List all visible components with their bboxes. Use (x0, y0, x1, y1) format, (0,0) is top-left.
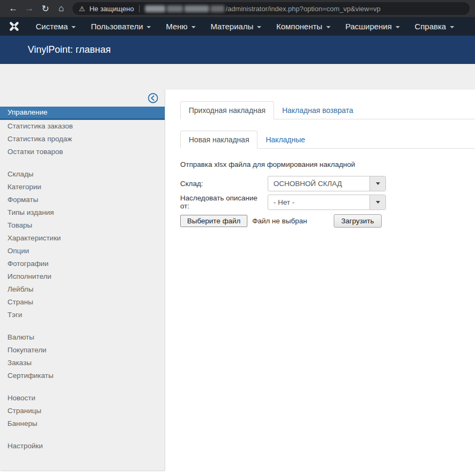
sidebar-item-options[interactable]: Опции (0, 245, 165, 257)
admin-menubar: Система Пользователи Меню Материалы Комп… (0, 17, 475, 36)
sidebar-item-stock[interactable]: Остатки товаров (0, 146, 165, 158)
sidebar-item-currencies[interactable]: Валюты (0, 331, 165, 344)
sidebar-item-settings[interactable]: Настройки (0, 440, 165, 453)
tab-invoices-list[interactable]: Накладные (257, 131, 313, 148)
sidebar-item-countries[interactable]: Страны (0, 296, 165, 309)
sidebar-item-labels[interactable]: Лейблы (0, 283, 165, 296)
menu-extensions[interactable]: Расширения (338, 17, 407, 36)
invoice-subtabs: Новая накладная Накладные (180, 131, 475, 149)
sidebar-item-order-stats[interactable]: Статистика заказов (0, 120, 165, 133)
menu-menus[interactable]: Меню (158, 17, 203, 36)
main-content: Приходная накладная Накладная возврата Н… (165, 90, 475, 476)
inherit-description-select[interactable]: - Нет - (268, 195, 386, 210)
warehouse-select-value: ОСНОВНОЙ СКЛАД (268, 176, 369, 191)
sidebar-item-edition-types[interactable]: Типы издания (0, 206, 165, 219)
forward-icon[interactable]: → (21, 1, 37, 16)
upload-button[interactable]: Загрузить (334, 214, 382, 228)
sidebar-item-artists[interactable]: Исполнители (0, 270, 165, 283)
sidebar-item-management[interactable]: Управление (0, 107, 165, 120)
sidebar-item-sales-stats[interactable]: Статистика продаж (0, 133, 165, 146)
chevron-down-icon (396, 26, 400, 28)
chevron-down-icon (71, 26, 76, 28)
warehouse-select[interactable]: ОСНОВНОЙ СКЛАД (268, 176, 386, 191)
divider (139, 5, 140, 12)
menu-system[interactable]: Система (28, 17, 83, 36)
page-header: VinylPoint: главная (0, 36, 475, 64)
sidebar-item-formats[interactable]: Форматы (0, 193, 165, 206)
menu-help[interactable]: Справка (407, 17, 462, 36)
home-icon[interactable]: ⌂ (53, 1, 69, 16)
body-top-band (0, 64, 475, 90)
chevron-down-icon (326, 26, 331, 28)
choose-file-button[interactable]: Выберите файл (180, 215, 247, 227)
sidebar-item-news[interactable]: Новости (0, 392, 165, 405)
sidebar-item-photos[interactable]: Фотографии (0, 257, 165, 270)
not-secure-warning-icon[interactable]: ⚠ (79, 5, 85, 13)
sidebar-item-customers[interactable]: Покупатели (0, 344, 165, 357)
inherit-description-select-value: - Нет - (268, 195, 369, 209)
sidebar-item-tags[interactable]: Тэги (0, 309, 165, 321)
dropdown-caret-icon[interactable] (369, 195, 385, 209)
url-path: /administrator/index.php?option=com_vp&v… (226, 5, 381, 13)
menu-components[interactable]: Компоненты (269, 17, 337, 36)
browser-toolbar: ← → ↻ ⌂ ⚠ Не защищено /administrator/ind… (0, 0, 475, 17)
sidebar: Управление Статистика заказов Статистика… (0, 90, 165, 471)
sidebar-item-categories[interactable]: Категории (0, 181, 165, 193)
chevron-down-icon (191, 26, 196, 28)
menu-users[interactable]: Пользователи (83, 17, 158, 36)
warehouse-label: Склад: (180, 180, 268, 188)
inherit-description-label: Наследовать описание от: (180, 194, 268, 210)
reload-icon[interactable]: ↻ (37, 1, 53, 16)
chevron-down-icon (257, 26, 261, 28)
tab-new-invoice[interactable]: Новая накладная (180, 131, 257, 149)
upload-description: Отправка xlsx файла для формирования нак… (180, 160, 475, 168)
back-icon[interactable]: ← (5, 1, 21, 16)
sidebar-item-banners[interactable]: Баннеры (0, 417, 165, 430)
invoice-tabs: Приходная накладная Накладная возврата (180, 101, 475, 119)
sidebar-collapse-icon[interactable] (148, 93, 158, 103)
dropdown-caret-icon[interactable] (369, 176, 385, 191)
tab-return-invoice[interactable]: Накладная возврата (274, 102, 361, 119)
menu-content[interactable]: Материалы (203, 17, 269, 36)
sidebar-item-certificates[interactable]: Сертификаты (0, 369, 165, 382)
chevron-down-icon (450, 26, 454, 28)
sidebar-item-orders[interactable]: Заказы (0, 357, 165, 369)
sidebar-item-warehouses[interactable]: Склады (0, 168, 165, 181)
tab-incoming-invoice[interactable]: Приходная накладная (180, 101, 274, 119)
sidebar-item-products[interactable]: Товары (0, 219, 165, 232)
sidebar-item-pages[interactable]: Страницы (0, 405, 165, 417)
joomla-logo-icon[interactable] (0, 21, 28, 32)
page-title: VinylPoint: главная (28, 44, 111, 55)
security-status-label: Не защищено (90, 5, 134, 13)
redacted-domain (145, 5, 224, 12)
chevron-down-icon (147, 26, 151, 28)
sidebar-item-characteristics[interactable]: Характеристики (0, 232, 165, 245)
address-bar[interactable]: ⚠ Не защищено /administrator/index.php?o… (73, 2, 470, 15)
file-status-text: Файл не выбран (252, 217, 307, 225)
